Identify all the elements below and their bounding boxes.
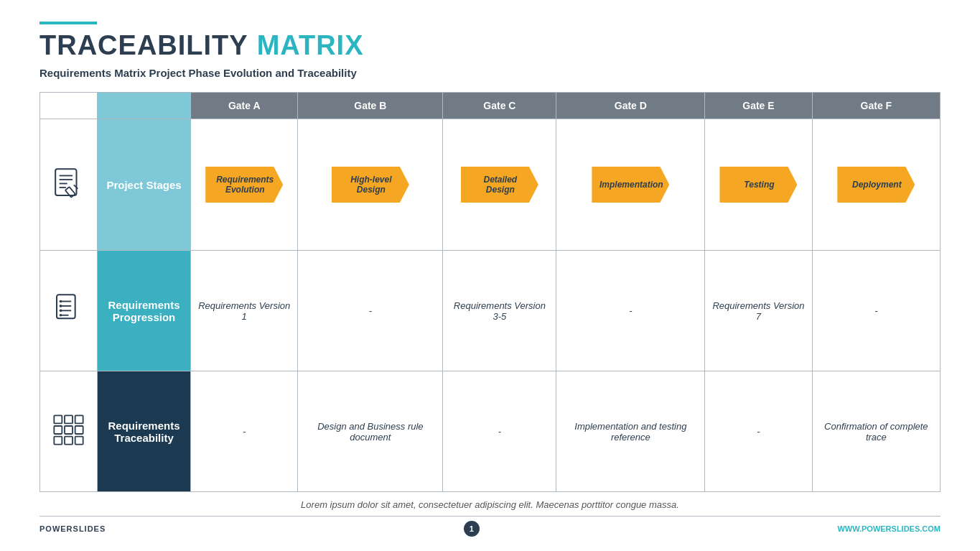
gate-f-header: Gate F bbox=[812, 93, 940, 119]
gate-e-header: Gate E bbox=[705, 93, 812, 119]
icon-cell-traceability bbox=[40, 371, 98, 492]
footer-url: WWW.POWERSLIDES.COM bbox=[837, 524, 941, 533]
svg-rect-18 bbox=[75, 415, 83, 423]
trace-gate-d: Implementation and testing reference bbox=[556, 371, 705, 492]
svg-point-9 bbox=[60, 300, 62, 303]
prog-gate-b: - bbox=[298, 251, 443, 371]
svg-rect-20 bbox=[65, 426, 73, 434]
gate-c-header: Gate C bbox=[443, 93, 556, 119]
trace-gate-c: - bbox=[443, 371, 556, 492]
svg-rect-19 bbox=[54, 426, 62, 434]
stage-label-traceability: Requirements Traceability bbox=[98, 371, 191, 492]
page: TRACEABILITY MATRIX Requirements Matrix … bbox=[0, 0, 980, 551]
arrow-detailed: Detailed Design bbox=[461, 167, 538, 203]
footer-bar: POWERSLIDES 1 WWW.POWERSLIDES.COM bbox=[39, 516, 941, 537]
progression-icon bbox=[49, 290, 88, 329]
header-row: Gate A Gate B Gate C Gate D Gate E Gate … bbox=[40, 93, 941, 119]
stages-gate-f: Deployment bbox=[812, 119, 940, 251]
footer-lorem: Lorem ipsum dolor sit amet, consectetuer… bbox=[301, 499, 679, 510]
svg-rect-22 bbox=[54, 437, 62, 445]
stages-gate-b: High-level Design bbox=[298, 119, 443, 251]
svg-rect-17 bbox=[65, 415, 73, 423]
prog-gate-c: Requirements Version 3-5 bbox=[443, 251, 556, 371]
stages-gate-d: Implementation bbox=[556, 119, 705, 251]
stages-icon bbox=[49, 164, 88, 203]
arrow-implementation: Implementation bbox=[592, 167, 669, 203]
trace-gate-f: Confirmation of complete trace bbox=[812, 371, 940, 492]
footer: Lorem ipsum dolor sit amet, consectetuer… bbox=[39, 499, 941, 537]
stages-gate-e: Testing bbox=[705, 119, 812, 251]
prog-gate-d: - bbox=[556, 251, 705, 371]
icon-cell-progression bbox=[40, 251, 98, 371]
title-black: TRACEABILITY bbox=[39, 30, 248, 61]
footer-page-number: 1 bbox=[464, 521, 480, 537]
trace-gate-e: - bbox=[705, 371, 812, 492]
arrow-highlevel: High-level Design bbox=[332, 167, 409, 203]
gate-a-header: Gate A bbox=[191, 93, 298, 119]
stage-label-project: Project Stages bbox=[98, 119, 191, 251]
header-accent-line bbox=[39, 22, 97, 24]
prog-gate-f: - bbox=[812, 251, 940, 371]
arrow-deployment: Deployment bbox=[837, 167, 915, 203]
table-row: Project Stages Requirements Evolution Hi… bbox=[40, 119, 941, 251]
title-row: TRACEABILITY MATRIX bbox=[39, 30, 941, 61]
svg-point-13 bbox=[60, 310, 62, 312]
arrow-testing: Testing bbox=[719, 167, 797, 203]
table-row: Requirements Traceability - Design and B… bbox=[40, 371, 941, 492]
stages-gate-a: Requirements Evolution bbox=[191, 119, 298, 251]
gate-d-header: Gate D bbox=[556, 93, 705, 119]
stage-label-progression: Requirements Progression bbox=[98, 251, 191, 371]
svg-rect-23 bbox=[65, 437, 73, 445]
icon-cell-stages bbox=[40, 119, 98, 251]
footer-brand: POWERSLIDES bbox=[39, 524, 106, 533]
stage-header bbox=[98, 93, 191, 119]
gate-b-header: Gate B bbox=[298, 93, 443, 119]
stages-gate-c: Detailed Design bbox=[443, 119, 556, 251]
matrix-table: Gate A Gate B Gate C Gate D Gate E Gate … bbox=[39, 92, 941, 492]
svg-point-15 bbox=[60, 314, 62, 317]
table-row: Requirements Progression Requirements Ve… bbox=[40, 251, 941, 371]
traceability-icon bbox=[49, 410, 88, 450]
trace-gate-a: - bbox=[191, 371, 298, 492]
svg-point-11 bbox=[60, 305, 62, 307]
svg-rect-16 bbox=[54, 415, 62, 423]
svg-rect-24 bbox=[75, 437, 83, 445]
trace-gate-b: Design and Business rule document bbox=[298, 371, 443, 492]
svg-rect-21 bbox=[75, 426, 83, 434]
arrow-req-evolution: Requirements Evolution bbox=[205, 167, 283, 203]
prog-gate-a: Requirements Version 1 bbox=[191, 251, 298, 371]
title-teal: MATRIX bbox=[257, 30, 364, 61]
subtitle: Requirements Matrix Project Phase Evolut… bbox=[39, 67, 941, 79]
prog-gate-e: Requirements Version 7 bbox=[705, 251, 812, 371]
icon-header bbox=[40, 93, 98, 119]
